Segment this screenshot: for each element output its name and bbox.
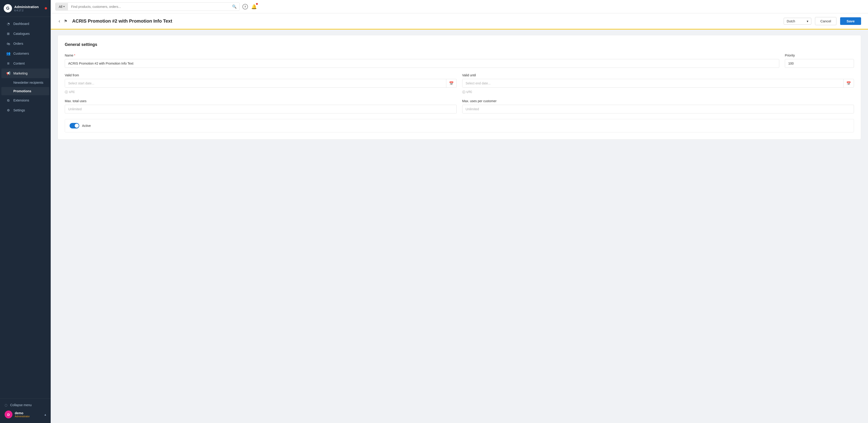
- valid-until-label: Valid until: [462, 73, 854, 77]
- max-per-customer-label: Max. uses per customer: [462, 99, 854, 103]
- help-icon: ?: [242, 4, 248, 9]
- valid-from-calendar-button[interactable]: 📅: [446, 79, 457, 87]
- sidebar-item-label: Extensions: [13, 98, 29, 102]
- name-input[interactable]: [65, 59, 779, 68]
- sidebar-item-newsletter[interactable]: Newsletter recipients: [1, 78, 49, 87]
- valid-from-input[interactable]: [65, 79, 446, 87]
- extensions-icon: [6, 98, 10, 103]
- help-button[interactable]: ?: [242, 4, 248, 10]
- topbar-icons: ? 🔔: [242, 4, 257, 10]
- valid-until-wrap: 📅: [462, 79, 854, 88]
- max-total-input[interactable]: [65, 105, 457, 113]
- app-title-block: Administration 6.4.17.2: [14, 5, 42, 12]
- search-scope-label: All: [59, 5, 62, 8]
- save-button[interactable]: Save: [840, 17, 861, 25]
- dashboard-icon: [6, 22, 10, 26]
- name-priority-row: Name * Priority: [65, 54, 854, 68]
- sidebar-item-promotions[interactable]: Promotions: [1, 87, 49, 95]
- sidebar-item-marketing[interactable]: Marketing: [1, 68, 49, 78]
- app-name: Administration: [14, 5, 42, 9]
- flag-button[interactable]: ⚑: [63, 18, 68, 24]
- avatar: D: [5, 411, 12, 418]
- user-menu-toggle[interactable]: [44, 413, 46, 416]
- name-group: Name *: [65, 54, 779, 68]
- calendar-icon: 📅: [846, 81, 851, 85]
- dates-row: Valid from 📅 ⊙ UTC Valid: [65, 73, 854, 94]
- content-area: ‹ ⚑ ACRIS Promotion #2 with Promotion In…: [51, 13, 868, 423]
- user-row: D demo Administrator: [4, 409, 47, 420]
- collapse-menu-btn[interactable]: Collapse menu: [4, 401, 47, 409]
- active-label: Active: [82, 124, 91, 128]
- sidebar-item-label: Customers: [13, 52, 29, 55]
- sidebar-item-dashboard[interactable]: Dashboard: [1, 19, 49, 29]
- customers-icon: [6, 51, 10, 56]
- priority-group: Priority: [785, 54, 854, 68]
- topbar: All ▾ 🔍 ? 🔔: [51, 0, 868, 13]
- valid-until-input[interactable]: [462, 79, 844, 87]
- max-total-group: Max. total uses: [65, 99, 457, 113]
- priority-input[interactable]: [785, 59, 854, 68]
- search-bar: All ▾ 🔍: [55, 2, 240, 11]
- search-scope-button[interactable]: All ▾: [56, 3, 68, 10]
- sidebar-item-label: Content: [13, 62, 25, 65]
- back-button[interactable]: ‹: [58, 18, 61, 25]
- toggle-track: [70, 123, 79, 129]
- app-version: 6.4.17.2: [14, 9, 42, 12]
- clock-icon: ⊙: [65, 90, 68, 94]
- sidebar-item-label: Settings: [13, 108, 25, 112]
- priority-label: Priority: [785, 54, 854, 57]
- notification-badge: [256, 3, 258, 5]
- active-row: Active: [65, 119, 854, 132]
- sidebar-item-catalogues[interactable]: Catalogues: [1, 29, 49, 38]
- sidebar-item-content[interactable]: Content: [1, 59, 49, 68]
- clock-icon: ⊙: [462, 90, 465, 94]
- language-value: Dutch: [787, 19, 795, 23]
- sidebar-item-settings[interactable]: Settings: [1, 105, 49, 115]
- app-logo: G: [4, 4, 12, 12]
- utc-text: UTC: [467, 90, 472, 94]
- sidebar-item-label: Orders: [13, 42, 23, 46]
- max-uses-row: Max. total uses Max. uses per customer: [65, 99, 854, 113]
- sidebar-item-label: Dashboard: [13, 22, 29, 26]
- main-area: All ▾ 🔍 ? 🔔 ‹: [51, 0, 868, 423]
- valid-until-calendar-button[interactable]: 📅: [843, 79, 854, 87]
- valid-from-group: Valid from 📅 ⊙ UTC: [65, 73, 457, 94]
- page-header: ‹ ⚑ ACRIS Promotion #2 with Promotion In…: [51, 13, 868, 30]
- newsletter-label: Newsletter recipients: [13, 81, 43, 84]
- language-select[interactable]: Dutch ▾: [784, 18, 811, 25]
- content-icon: [6, 61, 10, 66]
- max-total-label: Max. total uses: [65, 99, 457, 103]
- status-dot: [45, 7, 47, 9]
- cancel-button[interactable]: Cancel: [815, 17, 836, 25]
- sidebar-item-label: Marketing: [13, 72, 27, 75]
- sidebar-item-label: Catalogues: [13, 32, 30, 35]
- valid-until-group: Valid until 📅 ⊙ UTC: [462, 73, 854, 94]
- sidebar-item-orders[interactable]: Orders: [1, 39, 49, 49]
- section-title: General settings: [65, 42, 854, 47]
- sidebar-item-customers[interactable]: Customers: [1, 49, 49, 58]
- catalogues-icon: [6, 31, 10, 36]
- sidebar-item-extensions[interactable]: Extensions: [1, 95, 49, 105]
- form-content: General settings Name * Priority: [51, 30, 868, 145]
- notifications-button[interactable]: 🔔: [251, 4, 257, 9]
- search-input[interactable]: [68, 3, 229, 10]
- sidebar-footer: Collapse menu D demo Administrator: [0, 398, 51, 423]
- active-toggle[interactable]: [70, 123, 79, 129]
- search-icon: 🔍: [232, 5, 237, 8]
- orders-icon: [6, 41, 10, 46]
- page-nav: ‹ ⚑: [58, 18, 68, 25]
- utc-text: UTC: [69, 90, 75, 94]
- back-icon: ‹: [59, 18, 60, 24]
- name-label: Name *: [65, 54, 779, 57]
- toggle-thumb: [75, 123, 79, 128]
- flag-icon: ⚑: [64, 19, 67, 24]
- collapse-label: Collapse menu: [10, 403, 32, 407]
- user-info: demo Administrator: [15, 411, 42, 418]
- max-per-customer-input[interactable]: [462, 105, 854, 113]
- chevron-down-icon: ▾: [63, 5, 65, 8]
- promotions-label: Promotions: [13, 89, 31, 93]
- user-name: demo: [15, 411, 42, 415]
- search-button[interactable]: 🔍: [229, 3, 240, 10]
- sidebar-nav: Dashboard Catalogues Orders Customers Co…: [0, 17, 51, 398]
- bell-icon: 🔔: [251, 4, 257, 9]
